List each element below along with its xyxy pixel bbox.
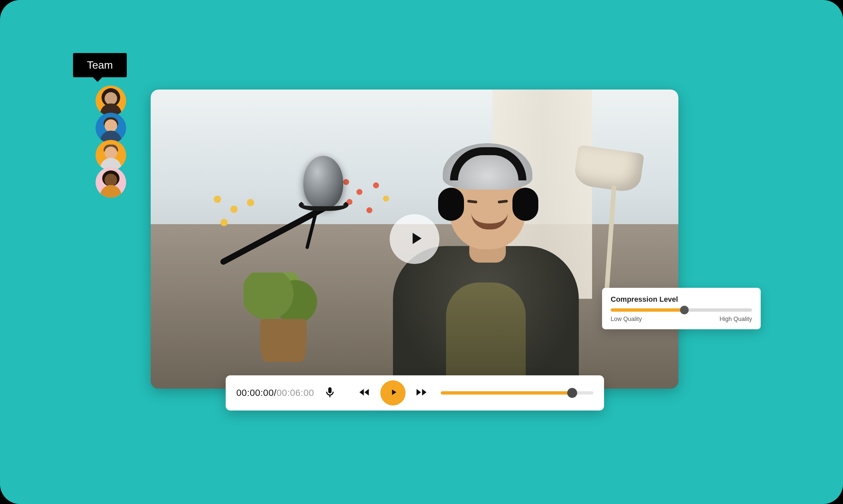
avatar[interactable] [96,167,126,198]
duration: 00:06:00 [276,388,314,398]
compression-slider[interactable] [611,308,752,312]
play-icon [388,388,398,398]
current-time: 00:00:00 [236,388,274,398]
avatar[interactable] [96,86,126,116]
app-canvas: Team [0,0,843,504]
progress-handle[interactable] [567,388,577,398]
progress-slider[interactable] [441,391,593,395]
host-graphic [380,157,592,389]
compression-high-label: High Quality [720,316,752,323]
compression-title: Compression Level [611,295,752,304]
play-icon [403,229,426,249]
forward-icon [415,385,428,400]
compression-slider-fill [611,308,684,312]
compression-slider-handle[interactable] [680,306,689,314]
time-display: 00:00:00/00:06:00 [236,388,314,398]
player-bar: 00:00:00/00:06:00 [226,375,604,411]
microphone-button[interactable] [322,385,338,401]
avatar[interactable] [96,113,126,143]
video-preview[interactable] [151,90,678,389]
rewind-button[interactable] [357,385,372,401]
avatar[interactable] [96,140,126,170]
microphone-icon [323,385,337,400]
play-button[interactable] [380,380,406,406]
team-label-tooltip: Team [73,53,127,77]
progress-fill [441,391,572,395]
compression-card: Compression Level Low Quality High Quali… [602,288,761,329]
play-overlay-button[interactable] [390,214,440,264]
forward-button[interactable] [414,385,429,401]
team-label-text: Team [87,59,113,71]
compression-low-label: Low Quality [611,316,642,323]
team-avatars [96,86,126,198]
rewind-icon [358,385,371,400]
